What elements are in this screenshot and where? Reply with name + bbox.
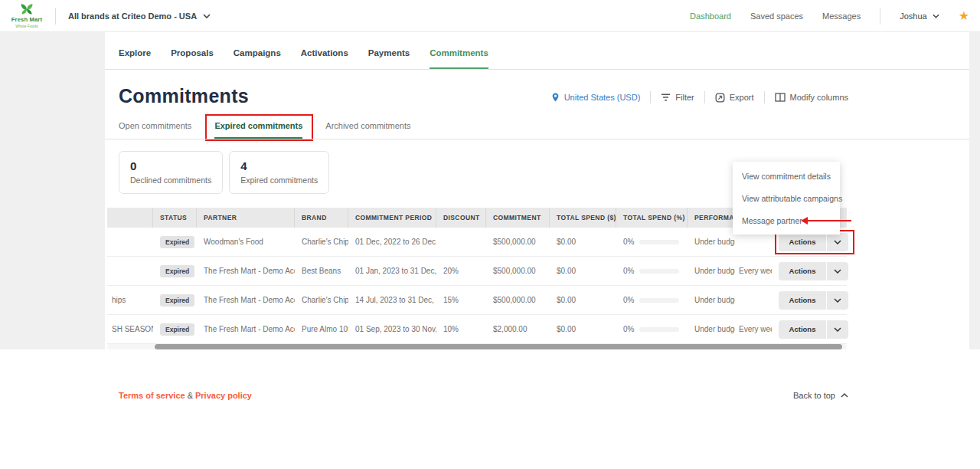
actions-caret[interactable] bbox=[827, 320, 848, 339]
cell-total-spend-usd: $0.00 bbox=[550, 238, 616, 246]
spend-pct-value: 0% bbox=[623, 296, 634, 304]
cell-status: Expired bbox=[153, 265, 197, 277]
star-icon[interactable]: ★ bbox=[959, 10, 969, 22]
table-row: hips Expired The Fresh Mart - Demo Accou… bbox=[107, 286, 847, 315]
menu-item-view-attributable-campaigns[interactable]: View attributable campaigns bbox=[733, 187, 840, 209]
cell-period: 14 Jul, 2023 to 31 Dec, 2023 bbox=[348, 296, 436, 304]
chevron-down-icon bbox=[834, 269, 841, 274]
main-tabs: Explore Proposals Campaigns Activations … bbox=[119, 48, 488, 70]
cell-partner: Woodman's Food bbox=[197, 238, 295, 246]
subtab-archived-commitments[interactable]: Archived commitments bbox=[325, 121, 410, 139]
filter-button[interactable]: Filter bbox=[661, 93, 694, 102]
cell-partner: The Fresh Mart - Demo Account bbox=[197, 267, 295, 275]
cell-commitment: $500,000.00 bbox=[486, 238, 550, 246]
actions-button[interactable]: Actions bbox=[779, 262, 849, 280]
menu-item-view-commitment-details[interactable]: View commitment details bbox=[733, 165, 840, 187]
header-discount: DISCOUNT bbox=[436, 208, 486, 228]
card-label: Expired commitments bbox=[240, 175, 318, 185]
chevron-down-icon bbox=[203, 14, 211, 18]
region-selector[interactable]: United States (USD) bbox=[551, 92, 641, 103]
cell-partner: The Fresh Mart - Demo Account bbox=[197, 296, 295, 304]
subtabs: Open commitments Expired commitments Arc… bbox=[119, 121, 411, 139]
terms-of-service-link[interactable]: Terms of service bbox=[119, 391, 185, 400]
actions-button-label: Actions bbox=[779, 291, 827, 310]
tabs-divider bbox=[105, 69, 969, 70]
header-brand: BRAND bbox=[295, 208, 348, 228]
cell-actions: Actions bbox=[772, 233, 847, 251]
cell-partner: The Fresh Mart - Demo Account bbox=[197, 325, 295, 333]
nav-messages[interactable]: Messages bbox=[822, 11, 861, 21]
spend-pct-value: 0% bbox=[623, 325, 634, 333]
back-to-top-button[interactable]: Back to top bbox=[793, 391, 848, 400]
status-badge: Expired bbox=[160, 236, 194, 248]
tab-proposals[interactable]: Proposals bbox=[171, 48, 214, 70]
actions-caret[interactable] bbox=[827, 262, 848, 280]
cell-discount: 20% bbox=[436, 267, 486, 275]
controls-divider bbox=[704, 91, 705, 103]
freshmart-leaf-icon bbox=[18, 3, 36, 15]
horizontal-scrollbar-track[interactable] bbox=[107, 344, 847, 349]
cell-discount: 15% bbox=[436, 296, 486, 304]
subtab-expired-label: Expired commitments bbox=[214, 121, 302, 130]
footer-links: Terms of service&Privacy policy bbox=[119, 391, 252, 400]
controls-divider bbox=[650, 91, 651, 103]
cell-performance: Under budget bbox=[688, 296, 735, 304]
cell-status: Expired bbox=[153, 294, 197, 307]
header-commitment-period: COMMITMENT PERIOD bbox=[348, 208, 436, 228]
progress-bar bbox=[639, 240, 679, 244]
card-value: 4 bbox=[240, 159, 318, 172]
cell-actions: Actions bbox=[772, 262, 847, 280]
cell-total-spend-usd: $0.00 bbox=[550, 296, 616, 304]
header-commitment: COMMITMENT bbox=[486, 208, 550, 228]
freshmart-logo[interactable]: Fresh Mart Whole Foods bbox=[9, 3, 44, 28]
card-value: 0 bbox=[130, 159, 211, 172]
export-button[interactable]: Export bbox=[715, 93, 754, 103]
menu-item-message-partner[interactable]: Message partner bbox=[733, 209, 840, 231]
region-label: United States (USD) bbox=[564, 93, 641, 102]
cell-total-spend-usd: $0.00 bbox=[550, 325, 616, 333]
actions-button-label: Actions bbox=[779, 262, 827, 280]
cell-total-spend-usd: $0.00 bbox=[550, 267, 616, 275]
actions-caret[interactable] bbox=[827, 291, 848, 310]
topbar-nav-divider bbox=[880, 8, 880, 25]
menu-item-label: Message partner bbox=[742, 216, 802, 225]
brand-selector[interactable]: All brands at Criteo Demo - USA bbox=[68, 11, 211, 21]
tab-activations[interactable]: Activations bbox=[301, 48, 348, 70]
location-pin-icon bbox=[551, 92, 560, 103]
horizontal-scrollbar-thumb[interactable] bbox=[155, 344, 842, 349]
actions-context-menu: View commitment details View attributabl… bbox=[733, 162, 840, 235]
tab-campaigns[interactable]: Campaigns bbox=[234, 48, 281, 70]
header-total-spend-pct: TOTAL SPEND (%) bbox=[616, 208, 688, 228]
actions-button[interactable]: Actions bbox=[779, 233, 849, 251]
user-menu[interactable]: Joshua bbox=[900, 11, 939, 21]
modify-columns-label: Modify columns bbox=[790, 93, 848, 102]
nav-dashboard[interactable]: Dashboard bbox=[690, 11, 731, 21]
export-icon bbox=[715, 93, 725, 103]
nav-saved-spaces[interactable]: Saved spaces bbox=[750, 11, 803, 21]
cell-brand: Charlie's Chips bbox=[295, 296, 348, 304]
actions-button-label: Actions bbox=[779, 233, 827, 251]
chevron-down-icon bbox=[834, 327, 841, 332]
cell-brand: Charlie's Chips bbox=[295, 238, 348, 246]
card-expired-commitments: 4 Expired commitments bbox=[229, 151, 329, 194]
cell-status: Expired bbox=[153, 323, 197, 336]
logo-tagline: Whole Foods bbox=[15, 24, 38, 28]
cell-period: 01 Jan, 2023 to 31 Dec, 2023 bbox=[348, 267, 436, 275]
chevron-down-icon bbox=[834, 240, 841, 244]
cell-total-spend-pct: 0% bbox=[616, 296, 688, 304]
cell-name: SH SEASON bbox=[107, 325, 153, 333]
tab-commitments[interactable]: Commitments bbox=[430, 48, 488, 70]
tab-payments[interactable]: Payments bbox=[368, 48, 410, 70]
actions-caret[interactable] bbox=[827, 233, 848, 251]
header-name bbox=[107, 208, 153, 228]
cell-total-spend-pct: 0% bbox=[616, 325, 688, 333]
subtab-open-commitments[interactable]: Open commitments bbox=[119, 121, 191, 139]
actions-button[interactable]: Actions bbox=[779, 320, 849, 339]
privacy-policy-link[interactable]: Privacy policy bbox=[195, 391, 252, 400]
table-row: SH SEASON Expired The Fresh Mart - Demo … bbox=[107, 315, 847, 344]
actions-button[interactable]: Actions bbox=[779, 291, 849, 310]
tab-explore[interactable]: Explore bbox=[119, 48, 151, 70]
subtab-expired-commitments[interactable]: Expired commitments bbox=[214, 121, 302, 139]
modify-columns-button[interactable]: Modify columns bbox=[775, 93, 848, 102]
header-status: STATUS bbox=[153, 208, 197, 228]
